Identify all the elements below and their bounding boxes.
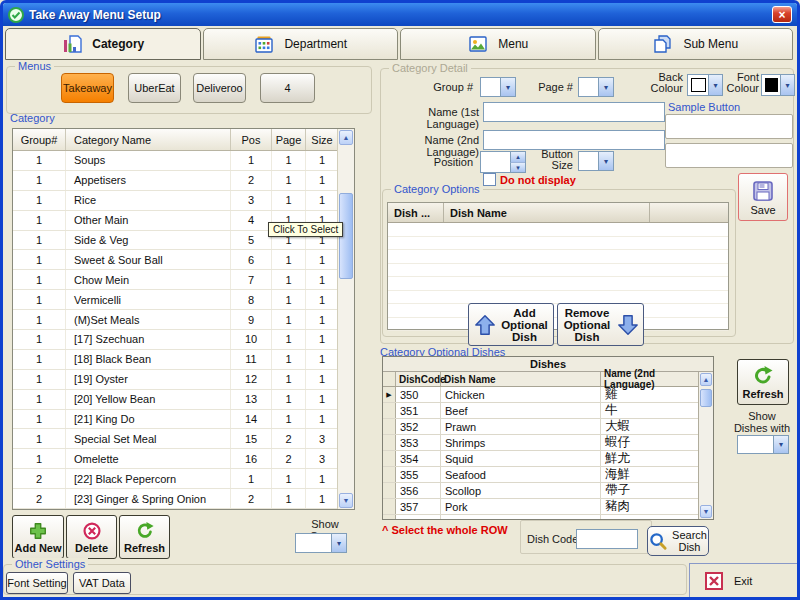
cell: 鮮尤 [601,451,699,466]
cell: Appetisers [66,171,231,190]
table-row[interactable]: 353Shrimps蝦仔 [383,435,699,451]
options-table-header: Dish ... Dish Name [388,203,728,223]
column-header[interactable]: Category Name [66,129,231,150]
table-row[interactable]: 1(M)Set Meals911 [13,310,339,330]
cell: 1 [306,250,339,269]
remove-optional-dish-button[interactable]: Remove Optional Dish [557,303,644,346]
column-header[interactable]: Dish Name [444,203,650,222]
table-row[interactable]: 1Special Set Meal1523 [13,429,339,449]
chevron-down-icon[interactable]: ▾ [780,75,794,95]
cell: Shrimps [441,435,601,450]
spin-down-icon[interactable]: ▾ [510,162,525,172]
close-button[interactable]: × [772,6,792,23]
row-selector: ▶ [383,387,396,402]
table-row[interactable]: 354Squid鮮尤 [383,451,699,467]
table-row[interactable] [388,264,728,278]
show-dishes-group-select[interactable]: ▾ [737,435,789,454]
search-dish-button[interactable]: Search Dish [647,526,709,556]
column-header[interactable]: Dish ... [388,203,444,222]
tab-submenu[interactable]: Sub Menu [598,28,794,60]
table-row[interactable]: 1Sweet & Sour Ball611 [13,250,339,270]
scrollbar-thumb[interactable] [700,389,712,407]
font-setting-button[interactable]: Font Setting [6,572,68,594]
table-row[interactable]: 1Rice311 [13,191,339,211]
refresh-button[interactable]: Refresh [119,515,170,559]
table-row[interactable]: 1[21] King Do1411 [13,410,339,430]
column-header[interactable]: Page [272,129,306,150]
column-header[interactable]: DishCode [396,372,441,386]
table-row[interactable] [388,277,728,291]
column-header[interactable]: Dish Name [441,372,601,386]
menu-button-takeaway[interactable]: Takeaway [61,73,114,103]
table-row[interactable] [388,250,728,264]
save-button[interactable]: Save [738,173,788,221]
column-header[interactable]: Name (2nd Language) [601,372,699,386]
name2-field[interactable] [483,130,665,150]
spin-up-icon[interactable]: ▴ [510,152,525,162]
scroll-up-icon[interactable]: ▲ [339,130,353,145]
table-row[interactable]: 1Omelette1623 [13,449,339,469]
back-colour-picker[interactable]: ▾ [687,74,723,96]
refresh-dishes-button[interactable]: Refresh [737,359,789,405]
table-row[interactable] [388,291,728,305]
chevron-down-icon[interactable]: ▾ [500,78,515,96]
show-group-select[interactable]: ▾ [295,533,347,553]
chevron-down-icon[interactable]: ▾ [598,152,613,170]
table-row[interactable]: 1Soups111 [13,151,339,171]
add-new-button[interactable]: Add New [12,515,64,559]
menu-button-4[interactable]: 4 [260,73,315,103]
table-row[interactable] [388,237,728,251]
table-row[interactable]: 1[17] Szechuan1011 [13,330,339,350]
chevron-down-icon[interactable]: ▾ [331,534,346,552]
dish-code-input[interactable] [576,529,638,549]
column-header[interactable]: Group# [13,129,66,150]
dishes-scrollbar[interactable]: ▲ ▼ [698,372,713,519]
tab-department[interactable]: Department [203,28,399,60]
cell: Vermicelli [66,290,231,309]
font-colour-picker[interactable]: ▾ [761,74,795,96]
table-row[interactable]: 1[19] Oyster1211 [13,370,339,390]
do-not-display-checkbox[interactable] [483,173,496,186]
table-row[interactable]: 1[20] Yellow Bean1311 [13,390,339,410]
table-row[interactable]: 1Appetisers211 [13,171,339,191]
scroll-up-icon[interactable]: ▲ [700,373,712,386]
table-row[interactable]: ▶350Chicken雞 [383,387,699,403]
cell: 1 [306,310,339,329]
chevron-down-icon[interactable]: ▾ [708,75,722,95]
chevron-down-icon[interactable]: ▾ [598,78,613,96]
table-row[interactable]: 1Vermicelli811 [13,290,339,310]
add-optional-dish-button[interactable]: Add Optional Dish [468,303,554,346]
column-header[interactable]: Pos [231,129,272,150]
page-number-select[interactable]: ▾ [578,77,614,97]
category-scrollbar[interactable]: ▲ ▼ [337,129,354,509]
vat-data-button[interactable]: VAT Data [73,572,131,594]
table-row[interactable]: 2[22] Black Pepercorn111 [13,469,339,489]
tab-menu[interactable]: Menu [400,28,596,60]
table-row[interactable]: 355Seafood海鮮 [383,467,699,483]
group-number-select[interactable]: ▾ [480,77,516,97]
table-row[interactable]: 1[18] Black Bean1111 [13,350,339,370]
position-stepper[interactable]: ▴ ▾ [480,151,526,173]
exit-button[interactable]: Exit [689,563,797,597]
row-selector [383,499,396,514]
table-row[interactable]: 2[23] Ginger & Spring Onion211 [13,489,339,509]
column-header[interactable]: Size [306,129,339,150]
delete-button[interactable]: Delete [66,515,117,559]
table-row[interactable] [388,223,728,237]
menu-button-deliveroo[interactable]: Deliveroo [193,73,246,103]
table-row[interactable]: 357Pork豬肉 [383,499,699,515]
chevron-down-icon[interactable]: ▾ [773,436,788,453]
tab-category[interactable]: Category [5,28,201,60]
name1-field[interactable] [483,102,665,122]
button-size-select[interactable]: ▾ [578,151,614,171]
scroll-down-icon[interactable]: ▼ [700,505,712,518]
cell: 1 [306,350,339,369]
cell: 1 [306,469,339,488]
menu-button-ubereat[interactable]: UberEat [128,73,181,103]
cell: 1 [13,151,66,170]
scroll-down-icon[interactable]: ▼ [339,493,353,508]
table-row[interactable]: 1Chow Mein711 [13,270,339,290]
table-row[interactable]: 351Beef牛 [383,403,699,419]
table-row[interactable]: 356Scollop帶子 [383,483,699,499]
table-row[interactable]: 352Prawn大蝦 [383,419,699,435]
